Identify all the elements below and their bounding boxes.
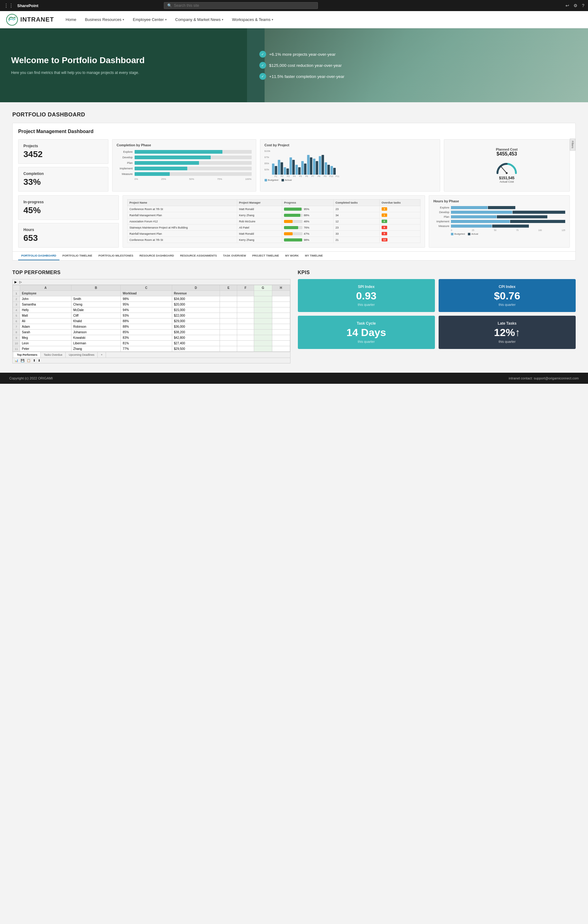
kpis-section: KPIS SPI Index 0.93 this quarter CPI Ind… xyxy=(298,270,576,363)
dashboard-tab[interactable]: RESOURCE ASSIGNMENTS xyxy=(177,252,220,260)
ss-row: 4 Helly McDale 94% $15,000 xyxy=(13,307,290,313)
dashboard-tab[interactable]: RESOURCE DASHBOARD xyxy=(137,252,177,260)
bar-actual xyxy=(327,165,330,175)
hours-legend-actual: Actual xyxy=(468,233,478,235)
table-row: Rainfall Management Plan Matt Ronald 47%… xyxy=(127,231,420,237)
phase-bars-container: Explore Develop Plan Implement Measure xyxy=(117,150,252,176)
ss-footer-icon-4: ⬆ xyxy=(33,359,35,362)
hours-by-phase-title: Hours by Phase xyxy=(433,199,565,203)
nav-business-resources[interactable]: Business Resources ▾ xyxy=(81,11,129,28)
ss-cell-g xyxy=(254,296,272,302)
ss-cell-revenue: $15,000 xyxy=(172,307,220,313)
bar-group xyxy=(296,165,301,175)
cell-manager: Kerry Zhang xyxy=(237,237,282,243)
bar-label: P1 xyxy=(273,175,279,177)
dashboard-tab[interactable]: TASK OVERVIEW xyxy=(220,252,249,260)
bar-budgeted xyxy=(272,163,274,175)
ss-row-num: 4 xyxy=(13,307,20,313)
ss-cell-f xyxy=(237,302,254,307)
ss-cell-revenue: $27,400 xyxy=(172,341,220,346)
phase-label: Measure xyxy=(117,172,133,176)
ss-cell-last: Johanson xyxy=(71,330,121,335)
hours-bar-wrap xyxy=(451,211,565,214)
filters-button[interactable]: Filters xyxy=(570,139,575,151)
ss-header-workload: Workload xyxy=(121,291,172,296)
dashboard-tab[interactable]: MY TIMELINE xyxy=(302,252,326,260)
hours-bar-budgeted xyxy=(451,220,510,223)
help-icon[interactable]: ? xyxy=(582,3,584,8)
nav-home[interactable]: Home xyxy=(61,11,81,28)
ss-col-d: D xyxy=(172,285,220,291)
kpi-projects-value: 3452 xyxy=(23,149,103,159)
ss-tab-top-performers[interactable]: Top Performers xyxy=(14,352,41,358)
dashboard-card: Project Management Dashboard Filters Pro… xyxy=(12,123,576,261)
bar-label: P7 xyxy=(310,175,316,177)
ss-cell-e xyxy=(220,330,237,335)
progress-bar-fill xyxy=(284,232,292,235)
table-row: Rainfall Management Plan Kerry Zhang 88%… xyxy=(127,212,420,218)
bar-budgeted xyxy=(307,155,310,175)
dashboard-tab-list: PORTFOLIO DASHBOARDPORTFOLIO TIMELINEPOR… xyxy=(18,252,326,260)
ss-col-b: B xyxy=(71,285,121,291)
ss-cell-workload: 98% xyxy=(121,296,172,302)
ss-cell-last: Cheng xyxy=(71,302,121,307)
ss-cell-first: Samantha xyxy=(20,302,71,307)
topbar-brand: SharePoint xyxy=(17,3,38,8)
hero-title: Welcome to Portfolio Dashboard xyxy=(11,55,236,66)
col-project-manager: Project Manager xyxy=(237,200,282,206)
nav-employee-center[interactable]: Employee Center ▾ xyxy=(129,11,171,28)
hours-bar-actual xyxy=(488,206,515,209)
nav-company-news[interactable]: Company & Market News ▾ xyxy=(171,11,228,28)
svg-line-1 xyxy=(500,166,507,173)
kpis-section-title: KPIS xyxy=(298,270,576,276)
bar-label: P4 xyxy=(292,175,297,177)
cell-project-name: Conference Room at 7th St xyxy=(127,237,237,243)
bar-actual xyxy=(316,161,318,175)
ss-icon-2: ▷ xyxy=(20,280,22,284)
search-input[interactable] xyxy=(174,3,314,8)
phase-row: Plan xyxy=(117,161,252,165)
dashboard-tab[interactable]: MY WORK xyxy=(282,252,302,260)
dashboard-tab[interactable]: PORTFOLIO MILESTONES xyxy=(96,252,137,260)
ss-tab-add[interactable]: + xyxy=(97,352,106,358)
phase-row: Measure xyxy=(117,172,252,176)
ss-cell-last: Kowalski xyxy=(71,335,121,341)
ss-col-num xyxy=(13,285,20,291)
nav-workspaces[interactable]: Workspaces & Teams ▾ xyxy=(228,11,277,28)
bar-label: P3 xyxy=(286,175,291,177)
bar-group xyxy=(319,155,324,175)
svg-point-2 xyxy=(506,172,508,174)
ss-row: 11 Peter Zhang 77% $29,500 xyxy=(13,346,290,352)
search-icon: 🔍 xyxy=(167,3,172,8)
phase-row: Implement xyxy=(117,167,252,170)
bar-budgeted xyxy=(296,165,298,175)
kpi-spi-label: SPI Index xyxy=(358,285,375,289)
table-row: Conference Room at 7th St Matt Ronald 95… xyxy=(127,206,420,212)
logo-text: INTRANET xyxy=(20,16,54,23)
ss-cell-workload: 83% xyxy=(121,335,172,341)
navbar-logo[interactable]: INTRANET xyxy=(6,14,54,26)
phase-bar-fill xyxy=(135,167,187,170)
reply-icon[interactable]: ↩ xyxy=(565,3,569,8)
chevron-down-icon: ▾ xyxy=(122,18,124,21)
project-table-body: Conference Room at 7th St Matt Ronald 95… xyxy=(127,206,420,243)
ss-tab-upcoming-deadlines[interactable]: Upcoming Deadlines xyxy=(66,352,97,358)
apps-icon[interactable]: ⋮⋮ xyxy=(4,3,13,8)
kpi-late-tasks: Late Tasks 12%↑ this quarter xyxy=(439,316,576,349)
dashboard-tab[interactable]: PORTFOLIO TIMELINE xyxy=(59,252,96,260)
cost-by-project-chart: Cost by Project $100k $75k $50k $25k xyxy=(260,139,440,191)
dashboard-tab[interactable]: PROJECT TIMELINE xyxy=(249,252,282,260)
cell-completed: 23 xyxy=(334,206,380,212)
ss-cell-g xyxy=(254,330,272,335)
cell-project-name: Association Forum #12 xyxy=(127,218,237,224)
ss-cell-revenue: $34,000 xyxy=(172,296,220,302)
ss-row-num: 3 xyxy=(13,302,20,307)
dashboard-tab[interactable]: PORTFOLIO DASHBOARD xyxy=(18,252,59,260)
ss-cell-workload: 88% xyxy=(121,318,172,324)
ss-cell-f xyxy=(237,307,254,313)
ss-cell-first: Peter xyxy=(20,346,71,352)
ss-cell-g xyxy=(254,318,272,324)
ss-tab-tasks-overdue[interactable]: Tasks Overdue xyxy=(41,352,66,358)
kpi-late-tasks-value: 12%↑ xyxy=(494,327,520,338)
settings-icon[interactable]: ⚙ xyxy=(573,3,578,8)
